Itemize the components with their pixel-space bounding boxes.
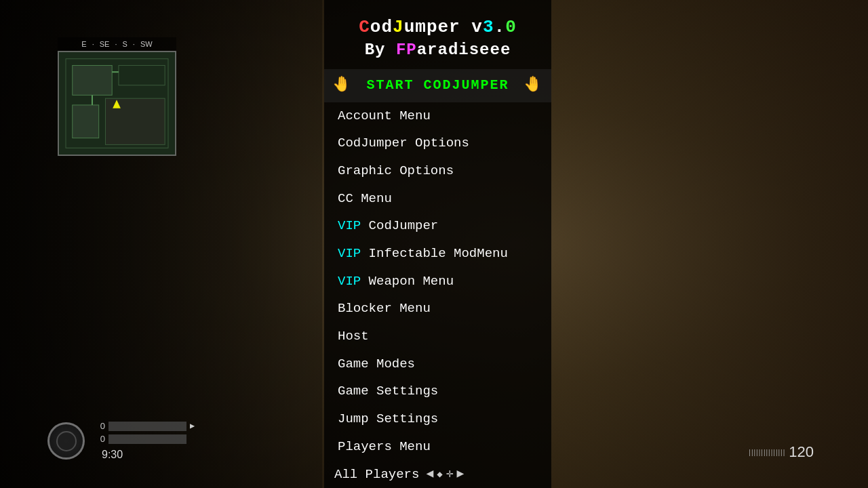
compass-dots3: · [133,40,135,48]
ammo-count: 120 [789,443,814,461]
title-line2: By FParadiseee [338,41,538,59]
title-fp: FP [396,41,417,59]
health-arrow: ▶ [190,421,195,431]
hand-right-icon: 🤚 [524,76,543,96]
graphic-options-label: Graphic Options [338,163,454,180]
jump-settings-label: Jump Settings [338,411,438,428]
compass-circle [47,422,85,460]
vip-prefix-1: VIP [338,218,361,235]
menu-item-vip-infectable[interactable]: VIP Infectable ModMenu [324,240,551,268]
title-dot: . [494,17,506,37]
menu-panel: CodJumper v3.0 By FParadiseee 🤚 START CO… [324,0,551,488]
title-by: By [365,41,396,59]
vip-infectable-label: Infectable ModMenu [361,245,508,262]
menu-item-vip-codjumper[interactable]: VIP CodJumper [324,212,551,240]
menu-item-graphic-options[interactable]: Graphic Options [324,157,551,185]
vip-codjumper-label: CodJumper [361,218,438,235]
health-bar [108,422,186,431]
menu-item-cc-menu[interactable]: CC Menu [324,185,551,213]
vip-prefix-2: VIP [338,245,361,262]
stamina-bar [108,434,186,444]
start-label: START CODJUMPER [352,77,524,94]
menu-item-codjumper-options[interactable]: CodJumper Options [324,129,551,157]
compass-se: SE [100,40,110,48]
hand-left-icon: 🤚 [332,76,352,96]
menu-item-vip-weapon[interactable]: VIP Weapon Menu [324,268,551,296]
players-menu-label: Players Menu [338,439,431,455]
game-timer: 9:30 [102,449,123,461]
nav-left-icon[interactable]: ◀ [426,466,433,482]
codjumper-options-label: CodJumper Options [338,135,469,152]
nav-right-icon[interactable]: ▶ [457,466,465,482]
svg-rect-2 [73,65,112,95]
vip-weapon-label: Weapon Menu [361,273,454,290]
ammo-dots: ||||||||||||||| [749,449,785,456]
menu-list: 🤚 START CODJUMPER 🤚 Account Menu CodJump… [324,69,551,488]
blocker-label: Blocker Menu [338,300,431,317]
title-c: C [359,17,370,37]
nav-diamond-icon: ◆ [437,468,442,481]
svg-rect-4 [73,105,99,138]
title-j: J [393,17,404,37]
title-line1: CodJumper v3.0 [338,17,538,37]
menu-item-start[interactable]: 🤚 START CODJUMPER 🤚 [324,69,551,102]
menu-item-account[interactable]: Account Menu [324,102,551,130]
game-settings-label: Game Settings [338,383,438,400]
menu-item-all-players[interactable]: All Players ◀ ◆ ✛ ▶ [324,461,551,488]
compass-dots2: · [115,40,117,48]
account-label: Account Menu [338,108,431,125]
game-modes-label: Game Modes [338,356,415,373]
menu-item-host[interactable]: Host [324,323,551,350]
compass-e: E [81,40,86,48]
ammo-counter: ||||||||||||||| 120 [749,443,814,461]
title-umper: umper v [404,17,483,37]
menu-item-game-settings[interactable]: Game Settings [324,378,551,405]
compass-dots: · [92,40,94,48]
stamina-label: 0 [95,434,105,444]
bars-area: 0 ▶ 0 9:30 [95,421,195,461]
compass-s: S [123,40,127,48]
all-players-label: All Players [334,466,419,483]
vip-prefix-3: VIP [338,273,361,290]
title-aradiseee: aradiseee [417,41,511,59]
menu-item-players-menu[interactable]: Players Menu [324,433,551,461]
minimap [58,51,176,156]
minimap-compass: E · SE · S · SW [58,37,176,51]
compass-sw: SW [140,40,153,48]
title-3: 3 [483,17,494,37]
menu-title: CodJumper v3.0 By FParadiseee [324,0,551,69]
hud-bottom-left: 0 ▶ 0 9:30 [47,421,195,461]
title-od: od [370,17,393,37]
minimap-svg [59,52,175,155]
menu-item-jump-settings[interactable]: Jump Settings [324,405,551,433]
menu-item-blocker[interactable]: Blocker Menu [324,295,551,323]
menu-item-game-modes[interactable]: Game Modes [324,350,551,378]
title-0: 0 [505,17,517,37]
stamina-bar-row: 0 [95,434,195,444]
nav-cross-icon: ✛ [446,466,454,482]
host-label: Host [338,328,369,345]
health-label: 0 [95,421,105,431]
compass-inner [56,431,77,451]
cc-menu-label: CC Menu [338,190,392,207]
health-bar-row: 0 ▶ [95,421,195,431]
